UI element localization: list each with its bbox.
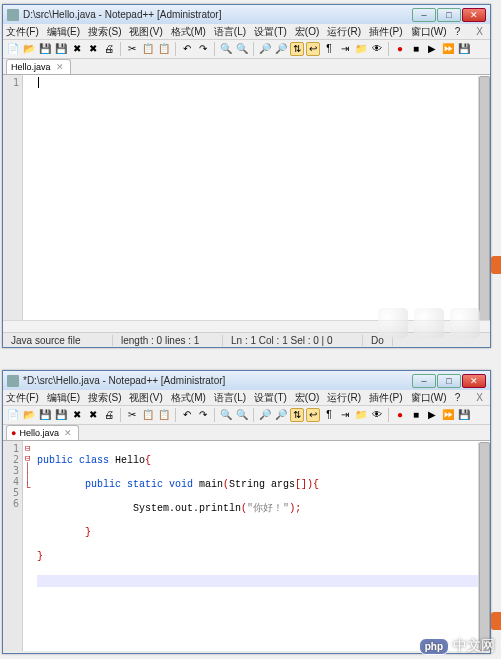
menu-macro[interactable]: 宏(O) xyxy=(295,391,319,405)
folder-icon[interactable]: 📁 xyxy=(354,42,368,56)
close-button[interactable]: ✕ xyxy=(462,374,486,388)
menu-window[interactable]: 窗口(W) xyxy=(411,25,447,39)
play-icon[interactable]: ▶ xyxy=(425,408,439,422)
tab-close-icon[interactable]: ✕ xyxy=(64,428,72,438)
menu-close-x[interactable]: X xyxy=(476,26,487,37)
redo-icon[interactable]: ↷ xyxy=(196,408,210,422)
file-tab[interactable]: Hello.java ✕ xyxy=(6,59,71,74)
tab-close-icon[interactable]: ✕ xyxy=(56,62,64,72)
undo-icon[interactable]: ↶ xyxy=(180,408,194,422)
menu-file[interactable]: 文件(F) xyxy=(6,25,39,39)
editor-area[interactable]: 1 2 3 4 5 6 ⊟ ⊟ │ │ └ public class Hello… xyxy=(3,441,490,651)
sync-scroll-icon[interactable]: ⇅ xyxy=(290,408,304,422)
new-file-icon[interactable]: 📄 xyxy=(6,408,20,422)
zoom-out-icon[interactable]: 🔎 xyxy=(274,408,288,422)
save-all-icon[interactable]: 💾 xyxy=(54,42,68,56)
watermark-text: 中文网 xyxy=(453,637,495,655)
menu-macro[interactable]: 宏(O) xyxy=(295,25,319,39)
record-icon[interactable]: ● xyxy=(393,408,407,422)
new-file-icon[interactable]: 📄 xyxy=(6,42,20,56)
play-icon[interactable]: ▶ xyxy=(425,42,439,56)
indent-guide-icon[interactable]: ⇥ xyxy=(338,408,352,422)
wrap-icon[interactable]: ↩ xyxy=(306,42,320,56)
sync-scroll-icon[interactable]: ⇅ xyxy=(290,42,304,56)
menu-file[interactable]: 文件(F) xyxy=(6,391,39,405)
indent-guide-icon[interactable]: ⇥ xyxy=(338,42,352,56)
file-tab[interactable]: ● Hello.java ✕ xyxy=(6,425,79,440)
replace-icon[interactable]: 🔍 xyxy=(235,408,249,422)
close-file-icon[interactable]: ✖ xyxy=(70,408,84,422)
save-macro-icon[interactable]: 💾 xyxy=(457,408,471,422)
find-icon[interactable]: 🔍 xyxy=(219,408,233,422)
open-file-icon[interactable]: 📂 xyxy=(22,408,36,422)
menu-format[interactable]: 格式(M) xyxy=(171,391,206,405)
menu-view[interactable]: 视图(V) xyxy=(129,25,162,39)
titlebar[interactable]: *D:\src\Hello.java - Notepad++ [Administ… xyxy=(3,371,490,390)
show-chars-icon[interactable]: ¶ xyxy=(322,408,336,422)
menu-format[interactable]: 格式(M) xyxy=(171,25,206,39)
stop-icon[interactable]: ■ xyxy=(409,408,423,422)
zoom-in-icon[interactable]: 🔎 xyxy=(258,408,272,422)
menu-run[interactable]: 运行(R) xyxy=(327,391,361,405)
minimize-button[interactable]: – xyxy=(412,374,436,388)
save-icon[interactable]: 💾 xyxy=(38,408,52,422)
menu-help[interactable]: ? xyxy=(455,392,461,403)
open-file-icon[interactable]: 📂 xyxy=(22,42,36,56)
wrap-icon[interactable]: ↩ xyxy=(306,408,320,422)
copy-icon[interactable]: 📋 xyxy=(141,42,155,56)
menu-run[interactable]: 运行(R) xyxy=(327,25,361,39)
paste-icon[interactable]: 📋 xyxy=(157,408,171,422)
paste-icon[interactable]: 📋 xyxy=(157,42,171,56)
menu-close-x[interactable]: X xyxy=(476,392,487,403)
save-macro-icon[interactable]: 💾 xyxy=(457,42,471,56)
menu-search[interactable]: 搜索(S) xyxy=(88,391,121,405)
titlebar[interactable]: D:\src\Hello.java - Notepad++ [Administr… xyxy=(3,5,490,24)
window-controls: – □ ✕ xyxy=(412,374,486,388)
cut-icon[interactable]: ✂ xyxy=(125,42,139,56)
show-chars-icon[interactable]: ¶ xyxy=(322,42,336,56)
close-all-icon[interactable]: ✖ xyxy=(86,42,100,56)
maximize-button[interactable]: □ xyxy=(437,374,461,388)
save-all-icon[interactable]: 💾 xyxy=(54,408,68,422)
menu-settings[interactable]: 设置(T) xyxy=(254,25,287,39)
cut-icon[interactable]: ✂ xyxy=(125,408,139,422)
replace-icon[interactable]: 🔍 xyxy=(235,42,249,56)
menu-edit[interactable]: 编辑(E) xyxy=(47,391,80,405)
fast-icon[interactable]: ⏩ xyxy=(441,42,455,56)
menu-window[interactable]: 窗口(W) xyxy=(411,391,447,405)
menu-plugins[interactable]: 插件(P) xyxy=(369,391,402,405)
menu-search[interactable]: 搜索(S) xyxy=(88,25,121,39)
zoom-in-icon[interactable]: 🔎 xyxy=(258,42,272,56)
editor-area[interactable]: 1 xyxy=(3,75,490,327)
find-icon[interactable]: 🔍 xyxy=(219,42,233,56)
menu-settings[interactable]: 设置(T) xyxy=(254,391,287,405)
save-icon[interactable]: 💾 xyxy=(38,42,52,56)
monitor-icon[interactable]: 👁 xyxy=(370,408,384,422)
monitor-icon[interactable]: 👁 xyxy=(370,42,384,56)
record-icon[interactable]: ● xyxy=(393,42,407,56)
close-all-icon[interactable]: ✖ xyxy=(86,408,100,422)
vertical-scrollbar[interactable] xyxy=(478,442,490,651)
menu-view[interactable]: 视图(V) xyxy=(129,391,162,405)
fast-icon[interactable]: ⏩ xyxy=(441,408,455,422)
code-area[interactable] xyxy=(23,75,490,327)
menu-lang[interactable]: 语言(L) xyxy=(214,391,246,405)
folder-icon[interactable]: 📁 xyxy=(354,408,368,422)
vertical-scrollbar[interactable] xyxy=(478,76,490,331)
menu-plugins[interactable]: 插件(P) xyxy=(369,25,402,39)
minimize-button[interactable]: – xyxy=(412,8,436,22)
copy-icon[interactable]: 📋 xyxy=(141,408,155,422)
close-file-icon[interactable]: ✖ xyxy=(70,42,84,56)
menu-lang[interactable]: 语言(L) xyxy=(214,25,246,39)
maximize-button[interactable]: □ xyxy=(437,8,461,22)
redo-icon[interactable]: ↷ xyxy=(196,42,210,56)
code-area[interactable]: public class Hello{ public static void m… xyxy=(23,441,490,651)
close-button[interactable]: ✕ xyxy=(462,8,486,22)
stop-icon[interactable]: ■ xyxy=(409,42,423,56)
menu-edit[interactable]: 编辑(E) xyxy=(47,25,80,39)
print-icon[interactable]: 🖨 xyxy=(102,42,116,56)
undo-icon[interactable]: ↶ xyxy=(180,42,194,56)
print-icon[interactable]: 🖨 xyxy=(102,408,116,422)
menu-help[interactable]: ? xyxy=(455,26,461,37)
zoom-out-icon[interactable]: 🔎 xyxy=(274,42,288,56)
